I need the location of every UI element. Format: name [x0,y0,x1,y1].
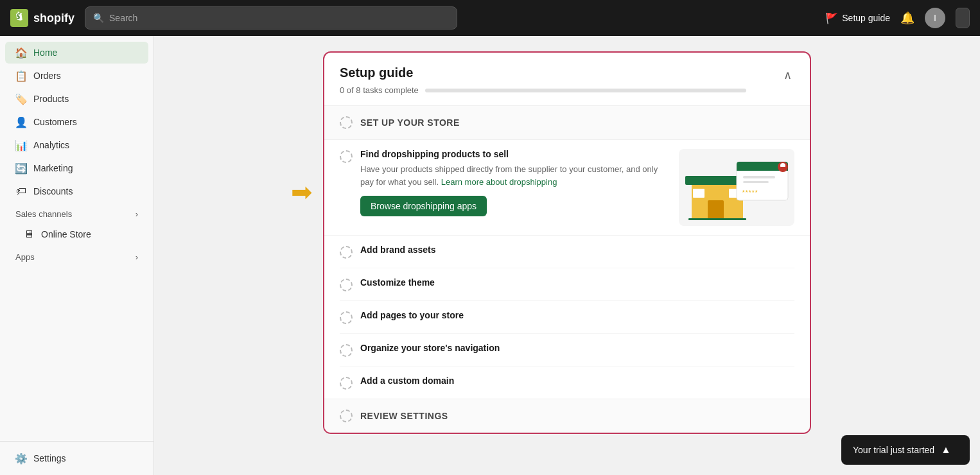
sales-channels-section[interactable]: Sales channels › [5,205,148,223]
logo-text: shopify [33,12,74,25]
customize-theme-content: Customize theme [360,277,794,291]
setup-guide-link[interactable]: 🚩 Setup guide [825,12,890,24]
sidebar-item-orders[interactable]: 📋 Orders [5,65,148,87]
chevron-right-icon: › [136,209,138,219]
browse-dropshipping-btn[interactable]: Browse dropshipping apps [360,196,487,216]
sidebar-item-online-store[interactable]: 🖥 Online Store [5,223,148,245]
sidebar-item-label: Customers [33,117,77,127]
store-svg: ★★★★★ [679,149,794,226]
sidebar-item-analytics[interactable]: 📊 Analytics [5,134,148,156]
discounts-icon: 🏷 [15,186,27,197]
avatar-letter: I [934,13,936,23]
set-up-store-header[interactable]: SET UP YOUR STORE [340,116,794,129]
custom-domain-radio [340,377,353,390]
customize-theme-label: Customize theme [360,277,794,288]
svg-rect-4 [708,200,724,220]
store-button[interactable] [956,8,970,28]
collapse-button[interactable]: ∧ [781,65,794,85]
sidebar-item-home[interactable]: 🏠 Home [5,42,148,64]
sidebar-item-label: Analytics [33,140,69,150]
shopify-logo[interactable]: shopify [10,9,74,27]
review-settings-section[interactable]: REVIEW SETTINGS [324,399,810,433]
add-pages-radio [340,311,353,324]
review-settings-header[interactable]: REVIEW SETTINGS [340,410,794,422]
custom-domain-task[interactable]: Add a custom domain [340,367,794,399]
customize-theme-task[interactable]: Customize theme [340,268,794,301]
dropshipping-task-content: Find dropshipping products to sell Have … [324,140,810,236]
review-settings-radio [340,410,353,422]
search-placeholder: Search [109,13,137,23]
home-icon: 🏠 [15,47,27,58]
sidebar-item-label: Online Store [41,229,91,239]
set-up-store-radio [340,116,353,129]
avatar[interactable]: I [925,8,945,28]
setup-card-progress: 0 of 8 tasks complete [340,85,746,95]
dropshipping-link[interactable]: Learn more about dropshipping [441,177,557,187]
trial-toast[interactable]: Your trial just started ▲ [841,435,970,465]
navigation-radio [340,344,353,357]
customers-icon: 👤 [15,116,27,128]
sidebar-item-settings[interactable]: ⚙️ Settings [5,447,148,469]
shopify-bag-icon [10,9,28,27]
set-up-store-section[interactable]: SET UP YOUR STORE [324,106,810,140]
sidebar-item-label: Discounts [33,186,73,196]
dropshipping-title: Find dropshipping products to sell [360,149,671,159]
online-store-icon: 🖥 [23,229,35,240]
orders-icon: 📋 [15,70,27,82]
navigation-task[interactable]: Organize your store's navigation [340,334,794,367]
chevron-right-icon: › [136,252,138,262]
main-content: ➡ Setup guide 0 of 8 tasks complete [154,36,980,475]
setup-card-header-left: Setup guide 0 of 8 tasks complete [340,65,746,95]
sidebar-item-label: Home [33,48,57,58]
sidebar: 🏠 Home 📋 Orders 🏷️ Products 👤 Customers … [0,36,154,475]
setup-guide-card: Setup guide 0 of 8 tasks complete ∧ [323,51,811,434]
svg-text:★★★★★: ★★★★★ [742,189,758,193]
sidebar-item-customers[interactable]: 👤 Customers [5,111,148,133]
search-icon: 🔍 [93,13,104,23]
add-pages-task[interactable]: Add pages to your store [340,301,794,334]
sidebar-bottom: ⚙️ Settings [0,441,153,470]
brand-assets-task[interactable]: Add brand assets [340,236,794,268]
apps-label: Apps [15,252,35,262]
settings-icon: ⚙️ [15,453,27,464]
setup-guide-title: Setup guide [340,65,746,80]
brand-assets-label: Add brand assets [360,245,794,255]
sales-channels-label: Sales channels [15,209,72,219]
dropshipping-description: Have your products shipped directly from… [360,163,671,188]
sidebar-item-label: Orders [33,71,61,81]
notification-bell-icon[interactable]: 🔔 [900,11,914,25]
trial-toast-arrow: ▲ [941,444,951,456]
topnav-right-section: 🚩 Setup guide 🔔 I [825,8,970,28]
custom-domain-content: Add a custom domain [360,376,794,390]
analytics-icon: 📊 [15,139,27,151]
add-pages-label: Add pages to your store [360,310,794,320]
custom-domain-label: Add a custom domain [360,376,794,386]
other-tasks-content: Add brand assets Customize theme Add pag… [324,236,810,399]
dropshipping-content: Find dropshipping products to sell Have … [360,149,671,216]
setup-guide-label: Setup guide [842,13,890,23]
sidebar-item-discounts[interactable]: 🏷 Discounts [5,180,148,202]
progress-text: 0 of 8 tasks complete [340,85,419,95]
sidebar-item-marketing[interactable]: 🔄 Marketing [5,157,148,179]
sidebar-item-label: Marketing [33,163,73,173]
trial-toast-text: Your trial just started [853,445,934,455]
customize-theme-radio [340,279,353,291]
arrow-indicator: ➡ [291,177,313,207]
marketing-icon: 🔄 [15,162,27,174]
sidebar-item-label: Settings [33,453,66,463]
top-navigation: shopify 🔍 Search 🚩 Setup guide 🔔 I [0,0,980,36]
layout: 🏠 Home 📋 Orders 🏷️ Products 👤 Customers … [0,36,980,475]
dropshipping-illustration: ★★★★★ [679,149,794,226]
search-bar[interactable]: 🔍 Search [85,6,457,30]
svg-rect-16 [688,218,746,220]
svg-rect-5 [693,189,704,198]
svg-rect-11 [743,181,769,183]
navigation-content: Organize your store's navigation [360,343,794,357]
flag-icon: 🚩 [825,12,838,24]
set-up-store-label: SET UP YOUR STORE [360,117,460,128]
sidebar-item-products[interactable]: 🏷️ Products [5,88,148,110]
setup-card-header: Setup guide 0 of 8 tasks complete ∧ [324,53,810,106]
apps-section[interactable]: Apps › [5,248,148,266]
dropshipping-radio [340,150,353,163]
review-settings-label: REVIEW SETTINGS [360,411,448,421]
